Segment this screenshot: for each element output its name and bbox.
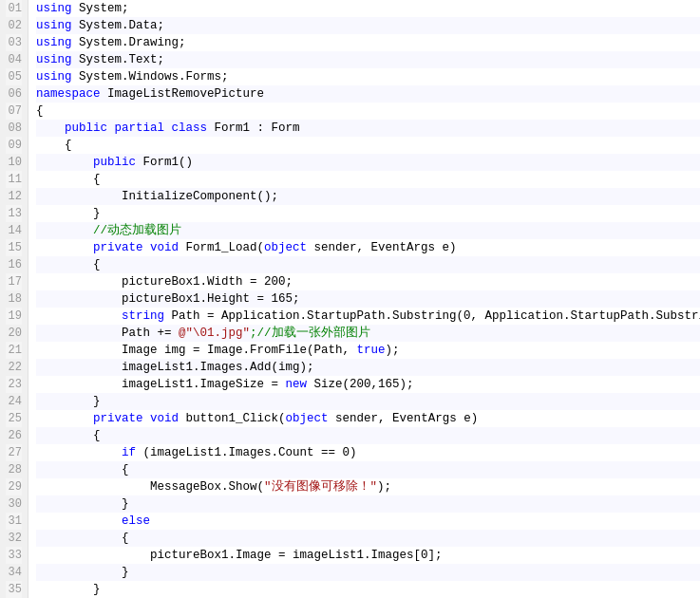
code-editor: 0102030405060708091011121314151617181920… [0, 0, 700, 598]
code-line: pictureBox1.Height = 165; [36, 290, 700, 308]
code-line: { [36, 530, 700, 547]
token-plain: System.Text; [72, 53, 165, 66]
token-plain [36, 514, 122, 528]
token-comment: //动态加载图片 [93, 224, 181, 237]
line-number: 13 [6, 205, 22, 222]
token-plain: { [36, 139, 72, 152]
token-plain [143, 412, 151, 425]
token-plain [36, 446, 122, 459]
code-line: using System.Drawing; [36, 34, 700, 51]
code-line: Image img = Image.FromFile(Path, true); [36, 342, 700, 359]
token-plain: MessageBox.Show( [36, 480, 264, 494]
token-plain: imageList1.Images.Add(img); [36, 361, 314, 374]
code-line: } [36, 393, 700, 410]
token-plain: InitializeComponent(); [36, 190, 278, 203]
line-number: 32 [6, 530, 22, 547]
token-plain: } [36, 583, 101, 596]
token-plain: System.Windows.Forms; [72, 70, 229, 84]
token-plain: System; [72, 2, 129, 15]
line-number: 20 [6, 325, 22, 342]
token-plain: Path += [36, 327, 179, 340]
line-number: 01 [6, 0, 22, 17]
line-number: 05 [6, 68, 22, 85]
token-plain: pictureBox1.Width = 200; [36, 275, 293, 289]
code-line: public partial class Form1 : Form [36, 120, 700, 137]
line-number: 22 [6, 359, 22, 376]
token-plain [36, 412, 93, 425]
line-number: 14 [6, 222, 22, 239]
token-plain: Form1_Load( [179, 241, 264, 254]
token-plain: imageList1.ImageSize = [36, 378, 286, 391]
line-number: 30 [6, 495, 22, 513]
code-line: imageList1.Images.Add(img); [36, 359, 700, 376]
code-line: } [36, 581, 700, 598]
line-number: 26 [6, 427, 22, 444]
line-number: 24 [6, 393, 22, 410]
line-number: 10 [6, 154, 22, 171]
line-number: 29 [6, 478, 22, 495]
token-kw: object [286, 412, 329, 425]
code-line: } [36, 495, 700, 513]
token-plain [36, 224, 93, 237]
code-line: { [36, 256, 700, 273]
line-number: 34 [6, 564, 22, 581]
token-kw: public [65, 121, 107, 135]
code-line: } [36, 564, 700, 581]
code-line: } [36, 205, 700, 222]
code-line: { [36, 427, 700, 444]
token-plain: ); [377, 480, 391, 494]
token-plain: } [36, 566, 129, 579]
token-kw: private [93, 412, 143, 425]
token-kw: using [36, 70, 72, 84]
code-line: imageList1.ImageSize = new Size(200,165)… [36, 376, 700, 393]
token-kw: namespace [36, 87, 101, 101]
token-plain [36, 121, 65, 135]
line-number: 21 [6, 342, 22, 359]
token-plain: sender, EventArgs e) [329, 412, 479, 425]
token-str: @"\01.jpg" [179, 327, 250, 340]
token-plain: System.Drawing; [72, 36, 186, 49]
token-plain: { [36, 463, 129, 477]
token-plain: Path = Application.StartupPath.Substring… [164, 309, 700, 323]
token-kw: class [172, 121, 208, 135]
token-plain: } [36, 207, 101, 220]
line-number: 16 [6, 256, 22, 273]
token-kw: object [264, 241, 307, 254]
token-kw: else [122, 514, 150, 528]
token-plain: ); [386, 344, 400, 357]
code-line: { [36, 137, 700, 154]
line-number-gutter: 0102030405060708091011121314151617181920… [0, 0, 28, 598]
token-plain: { [36, 532, 129, 545]
token-plain: { [36, 104, 44, 118]
token-kw: using [36, 36, 72, 49]
line-number: 31 [6, 513, 22, 530]
line-number: 25 [6, 410, 22, 427]
code-line: { [36, 103, 700, 120]
line-number: 18 [6, 290, 22, 308]
line-number: 27 [6, 444, 22, 461]
token-plain [164, 121, 172, 135]
line-number: 06 [6, 85, 22, 103]
code-line: using System.Data; [36, 17, 700, 34]
token-plain: ImageListRemovePicture [101, 87, 265, 101]
line-number: 08 [6, 120, 22, 137]
token-plain: sender, EventArgs e) [307, 241, 457, 254]
line-number: 19 [6, 308, 22, 325]
token-plain [107, 121, 115, 135]
line-number: 33 [6, 547, 22, 564]
token-plain: { [36, 258, 101, 271]
code-line: //动态加载图片 [36, 222, 700, 239]
token-plain [36, 241, 93, 254]
code-line: public Form1() [36, 154, 700, 171]
token-str: "没有图像可移除！" [264, 480, 377, 494]
code-line: pictureBox1.Width = 200; [36, 273, 700, 290]
code-line: namespace ImageListRemovePicture [36, 85, 700, 103]
token-plain: (imageList1.Images.Count == 0) [136, 446, 357, 459]
code-line: using System.Text; [36, 51, 700, 68]
code-line: InitializeComponent(); [36, 188, 700, 205]
token-plain: { [36, 429, 101, 442]
token-kw: using [36, 19, 72, 32]
token-kw: new [286, 378, 308, 391]
line-number: 28 [6, 461, 22, 478]
token-plain: pictureBox1.Height = 165; [36, 292, 300, 306]
